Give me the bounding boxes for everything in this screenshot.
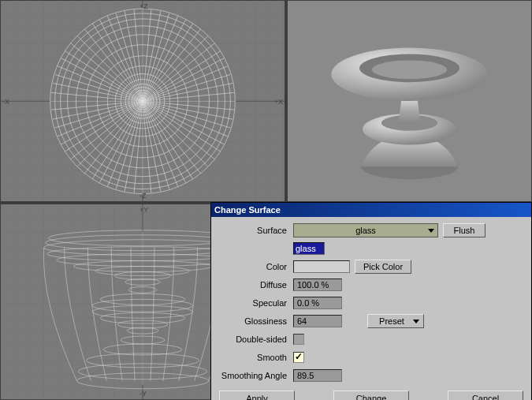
flush-button[interactable]: Flush <box>443 223 485 237</box>
viewport-top-content <box>1 1 285 202</box>
apply-button[interactable]: Apply <box>219 391 295 400</box>
chevron-down-icon <box>413 320 419 323</box>
glossiness-input[interactable]: 64 <box>293 315 342 327</box>
surface-name-input[interactable]: glass <box>293 242 325 255</box>
dialog-title: Change Surface <box>214 205 281 215</box>
surface-label: Surface <box>218 226 293 235</box>
color-label: Color <box>218 262 293 271</box>
specular-input[interactable]: 0.0 % <box>293 297 342 309</box>
axis-label-y-pos: +Y <box>140 206 148 214</box>
axis-label-x-neg: -X <box>2 98 9 106</box>
change-button[interactable]: Change <box>333 391 409 400</box>
surface-dropdown[interactable]: glass <box>293 223 438 237</box>
axis-label-z-pos: +Z <box>140 2 148 10</box>
viewport-top[interactable]: +Z -Z -X +X <box>0 0 285 202</box>
diffuse-input[interactable]: 100.0 % <box>293 279 342 291</box>
smoothingangle-label: Smoothing Angle <box>218 371 293 380</box>
color-swatch[interactable] <box>293 260 350 273</box>
specular-label: Specular <box>218 298 293 308</box>
glossiness-label: Glossiness <box>218 316 293 326</box>
smoothing-angle-input[interactable]: 89.5 <box>293 369 342 382</box>
viewport-perspective[interactable] <box>287 0 532 202</box>
surface-dropdown-value: glass <box>355 226 376 235</box>
chevron-down-icon <box>428 229 434 233</box>
preset-button[interactable]: Preset <box>367 314 424 328</box>
diffuse-label: Diffuse <box>218 280 293 290</box>
axis-label-z-neg: -Z <box>140 192 147 200</box>
check-icon: ✓ <box>295 351 303 362</box>
cancel-button[interactable]: Cancel <box>448 391 523 400</box>
change-surface-dialog: Change Surface Surface glass Flush glass <box>210 202 532 400</box>
smooth-label: Smooth <box>218 353 293 362</box>
doublesided-checkbox[interactable] <box>293 334 304 345</box>
pick-color-button[interactable]: Pick Color <box>355 260 411 274</box>
svg-point-56 <box>372 60 447 79</box>
doublesided-label: Double-sided <box>218 335 293 344</box>
smooth-checkbox[interactable]: ✓ <box>293 352 304 363</box>
axis-label-y-neg: -Y <box>140 390 147 398</box>
rendered-object <box>288 1 531 201</box>
dialog-titlebar[interactable]: Change Surface <box>211 203 531 217</box>
axis-label-x-pos: +X <box>274 98 283 106</box>
